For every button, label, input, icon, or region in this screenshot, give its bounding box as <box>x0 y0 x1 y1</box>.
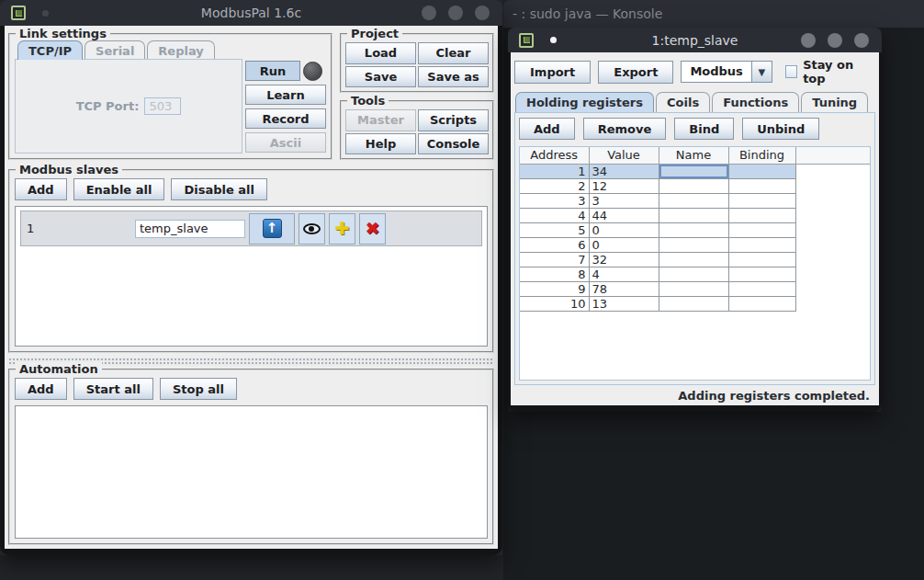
cell-value[interactable]: 13 <box>589 296 659 311</box>
table-row[interactable]: 2 12 <box>520 178 870 193</box>
load-button[interactable]: Load <box>345 42 416 64</box>
table-row[interactable]: 9 78 <box>520 281 870 296</box>
table-row[interactable]: 5 0 <box>520 222 870 237</box>
table-row[interactable]: 1 34 <box>520 164 870 178</box>
stop-all-button[interactable]: Stop all <box>160 378 237 400</box>
cell-address[interactable]: 3 <box>520 193 589 208</box>
cell-address[interactable]: 7 <box>520 252 589 267</box>
bind-button[interactable]: Bind <box>674 118 734 140</box>
column-header-binding[interactable]: Binding <box>728 147 795 164</box>
remove-register-button[interactable]: Remove <box>583 118 667 140</box>
close-button[interactable] <box>475 6 490 20</box>
cell-binding[interactable] <box>728 193 795 208</box>
cell-name[interactable] <box>659 281 728 296</box>
unbind-button[interactable]: Unbind <box>742 118 819 140</box>
import-button[interactable]: Import <box>514 61 591 84</box>
cell-value[interactable]: 3 <box>589 193 659 208</box>
tab-tuning[interactable]: Tuning <box>801 92 868 112</box>
cell-value[interactable]: 0 <box>589 222 659 237</box>
cell-address[interactable]: 10 <box>520 296 589 311</box>
implementation-combobox[interactable]: Modbus ▼ <box>681 61 772 83</box>
tab-holding-registers[interactable]: Holding registers <box>515 92 654 112</box>
cell-name[interactable] <box>659 193 728 208</box>
konsole-titlebar[interactable]: - : sudo java — Konsole <box>503 0 924 28</box>
save-button[interactable]: Save <box>345 66 416 88</box>
export-button[interactable]: Export <box>598 61 673 84</box>
table-row[interactable]: 7 32 <box>520 252 870 267</box>
cell-value[interactable]: 78 <box>589 281 659 296</box>
table-row[interactable]: 8 4 <box>520 267 870 281</box>
clear-button[interactable]: Clear <box>418 42 489 64</box>
add-slave-button[interactable]: Add <box>15 178 67 200</box>
cell-name[interactable] <box>659 178 728 193</box>
cell-binding[interactable] <box>728 281 795 296</box>
learn-button[interactable]: Learn <box>245 85 326 105</box>
table-row[interactable]: 10 13 <box>520 296 870 311</box>
cell-value[interactable]: 32 <box>589 252 659 267</box>
cell-name[interactable] <box>659 252 728 267</box>
tab-serial[interactable]: Serial <box>85 40 145 60</box>
stay-on-top-checkbox[interactable] <box>785 65 797 78</box>
add-automation-button[interactable]: Add <box>15 378 67 400</box>
cell-name[interactable] <box>659 296 728 311</box>
close-button[interactable] <box>854 33 869 48</box>
cell-binding[interactable] <box>728 237 795 252</box>
minimize-button[interactable] <box>801 33 816 48</box>
record-button[interactable]: Record <box>245 108 326 129</box>
cell-binding[interactable] <box>728 222 795 237</box>
cell-binding[interactable] <box>728 296 795 311</box>
cell-address[interactable]: 1 <box>520 164 589 178</box>
slave-name-field[interactable] <box>135 220 245 238</box>
tab-tcpip[interactable]: TCP/IP <box>17 40 83 60</box>
cell-value[interactable]: 12 <box>589 178 659 193</box>
slave-enable-toggle[interactable]: ↑ <box>249 213 295 245</box>
modbuspal-titlebar[interactable]: ModbusPal 1.6c <box>0 0 502 26</box>
slave-delete-button[interactable]: ✖ <box>359 213 386 245</box>
cell-name[interactable] <box>659 208 728 222</box>
cell-name[interactable] <box>659 267 728 281</box>
run-button[interactable]: Run <box>245 61 300 81</box>
cell-binding[interactable] <box>728 267 795 281</box>
cell-address[interactable]: 5 <box>520 222 589 237</box>
cell-name[interactable] <box>659 164 728 178</box>
cell-binding[interactable] <box>728 164 795 178</box>
slave-row[interactable]: 1 ↑ ✚ ✖ <box>20 210 482 246</box>
column-header-value[interactable]: Value <box>589 147 659 164</box>
start-all-button[interactable]: Start all <box>73 378 153 400</box>
enable-all-button[interactable]: Enable all <box>73 178 165 200</box>
cell-address[interactable]: 8 <box>520 267 589 281</box>
save-as-button[interactable]: Save as <box>418 66 489 88</box>
add-register-button[interactable]: Add <box>519 118 575 140</box>
registers-table-scrollpane[interactable]: Address Value Name Binding 1 34 <box>519 146 871 381</box>
cell-binding[interactable] <box>728 208 795 222</box>
cell-address[interactable]: 4 <box>520 208 589 222</box>
tab-functions[interactable]: Functions <box>712 92 799 112</box>
slave-dialog-titlebar[interactable]: 1:temp_slave <box>508 28 882 52</box>
tcp-port-field[interactable] <box>144 97 181 115</box>
cell-binding[interactable] <box>728 252 795 267</box>
disable-all-button[interactable]: Disable all <box>171 178 267 200</box>
cell-value[interactable]: 0 <box>589 237 659 252</box>
scripts-button[interactable]: Scripts <box>418 109 489 131</box>
table-row[interactable]: 4 44 <box>520 208 870 222</box>
table-row[interactable]: 6 0 <box>520 237 870 252</box>
help-button[interactable]: Help <box>345 133 416 155</box>
cell-value[interactable]: 44 <box>589 208 659 222</box>
maximize-button[interactable] <box>448 6 463 20</box>
table-header-row[interactable]: Address Value Name Binding <box>520 147 870 164</box>
maximize-button[interactable] <box>828 33 842 48</box>
cell-address[interactable]: 2 <box>520 178 589 193</box>
cell-value[interactable]: 4 <box>589 267 659 281</box>
table-row[interactable]: 3 3 <box>520 193 870 208</box>
column-header-address[interactable]: Address <box>520 147 589 164</box>
tab-replay[interactable]: Replay <box>147 40 214 60</box>
cell-binding[interactable] <box>728 178 795 193</box>
cell-name[interactable] <box>659 222 728 237</box>
cell-value[interactable]: 34 <box>589 164 659 178</box>
cell-address[interactable]: 6 <box>520 237 589 252</box>
cell-name[interactable] <box>659 237 728 252</box>
slave-duplicate-button[interactable]: ✚ <box>329 213 355 245</box>
cell-address[interactable]: 9 <box>520 281 589 296</box>
slave-view-button[interactable] <box>299 213 325 245</box>
column-header-name[interactable]: Name <box>659 147 728 164</box>
